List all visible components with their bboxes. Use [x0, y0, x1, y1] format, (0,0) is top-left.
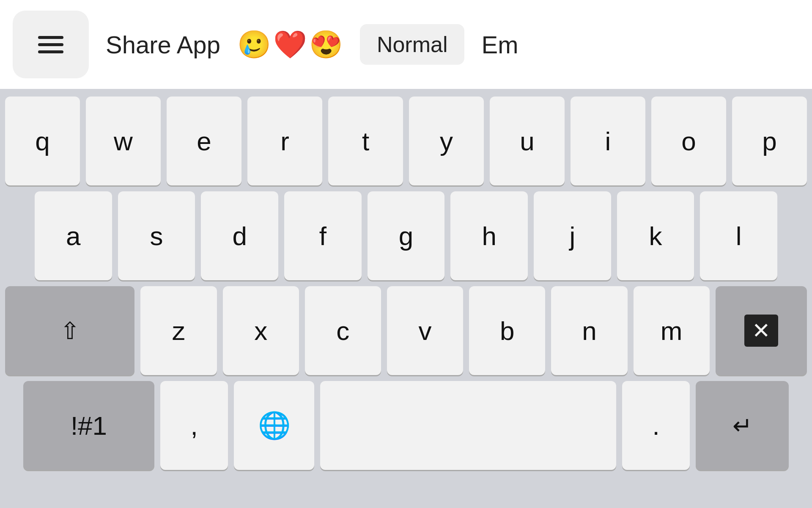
key-s[interactable]: s [118, 191, 195, 280]
key-period[interactable]: . [622, 381, 690, 470]
key-d[interactable]: d [201, 191, 278, 280]
key-f[interactable]: f [284, 191, 362, 280]
backspace-icon: ✕ [744, 315, 778, 347]
key-backspace[interactable]: ✕ [716, 286, 807, 375]
em-label: Em [481, 30, 518, 59]
globe-icon: 🌐 [258, 410, 291, 441]
normal-button[interactable]: Normal [360, 24, 465, 65]
emoji-heart-eyes: 😍 [309, 29, 343, 61]
key-shift[interactable]: ⇧ [5, 286, 134, 375]
keyboard-row-4: !#1 , 🌐 . ↵ [5, 381, 807, 470]
key-z[interactable]: z [140, 286, 217, 375]
keyboard-row-1: q w e r t y u i o p [5, 97, 807, 185]
shift-icon: ⇧ [60, 317, 80, 345]
key-space[interactable] [320, 381, 616, 470]
key-x[interactable]: x [223, 286, 299, 375]
key-numbers[interactable]: !#1 [23, 381, 154, 470]
emoji-heart: ❤️ [273, 29, 307, 61]
share-app-label: Share App [106, 30, 220, 59]
key-p[interactable]: p [732, 97, 807, 185]
hamburger-icon [38, 36, 63, 53]
key-l[interactable]: l [700, 191, 777, 280]
return-icon: ↵ [732, 412, 752, 439]
normal-label: Normal [377, 32, 448, 57]
key-return[interactable]: ↵ [696, 381, 789, 470]
key-comma[interactable]: , [160, 381, 228, 470]
keyboard-row-3: ⇧ z x c v b n m ✕ [5, 286, 807, 375]
key-g[interactable]: g [368, 191, 445, 280]
key-e[interactable]: e [167, 97, 241, 185]
key-globe[interactable]: 🌐 [234, 381, 314, 470]
key-u[interactable]: u [490, 97, 565, 185]
emoji-crying: 🥲 [237, 29, 271, 61]
key-v[interactable]: v [387, 286, 463, 375]
key-w[interactable]: w [86, 97, 161, 185]
key-q[interactable]: q [5, 97, 80, 185]
key-c[interactable]: c [305, 286, 381, 375]
key-b[interactable]: b [469, 286, 545, 375]
emoji-group: 🥲 ❤️ 😍 [237, 29, 343, 61]
top-bar: Share App 🥲 ❤️ 😍 Normal Em [0, 0, 812, 89]
key-h[interactable]: h [450, 191, 528, 280]
keyboard-row-2: a s d f g h j k l [5, 191, 807, 280]
key-t[interactable]: t [328, 97, 403, 185]
key-n[interactable]: n [551, 286, 627, 375]
hamburger-line-2 [38, 43, 63, 46]
key-k[interactable]: k [617, 191, 694, 280]
keyboard-area: q w e r t y u i o p a s d f g h j k l ⇧ … [0, 89, 812, 508]
hamburger-line-1 [38, 36, 63, 39]
key-y[interactable]: y [409, 97, 484, 185]
key-i[interactable]: i [571, 97, 645, 185]
key-o[interactable]: o [651, 97, 726, 185]
key-j[interactable]: j [534, 191, 611, 280]
key-m[interactable]: m [634, 286, 710, 375]
hamburger-line-3 [38, 50, 63, 53]
menu-button[interactable] [13, 11, 89, 78]
key-r[interactable]: r [247, 97, 322, 185]
key-a[interactable]: a [35, 191, 112, 280]
